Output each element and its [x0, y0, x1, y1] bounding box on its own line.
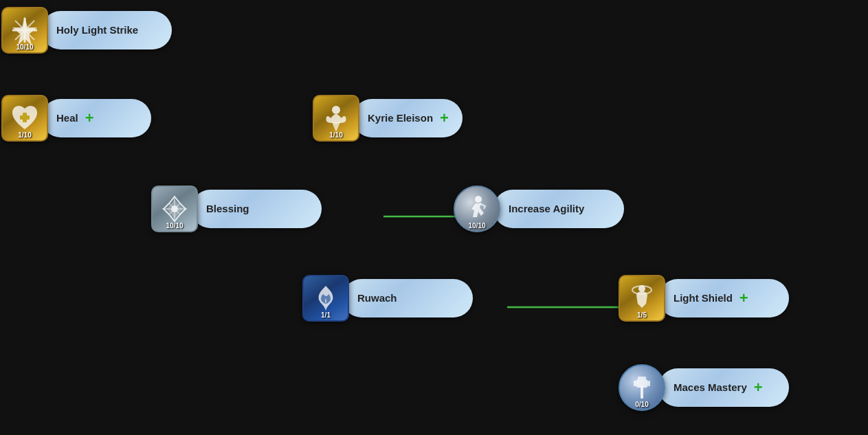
svg-rect-17: [636, 379, 647, 388]
svg-rect-8: [20, 115, 30, 120]
plus-heal[interactable]: +: [85, 109, 94, 127]
label-holy-light-strike: Holy Light Strike: [47, 24, 138, 36]
level-maces-mastery: 0/10: [635, 401, 648, 408]
label-maces-mastery: Maces Mastery: [664, 381, 747, 394]
icon-kyrie-eleison[interactable]: 1/10: [313, 95, 359, 142]
pill-maces-mastery: Maces Mastery +: [658, 368, 789, 407]
pill-kyrie: Kyrie Eleison +: [353, 99, 463, 137]
pill-increase-agility: Increase Agility: [493, 190, 624, 228]
pill-ruwach: Ruwach: [342, 279, 473, 317]
label-kyrie: Kyrie Eleison: [358, 112, 433, 124]
label-blessing: Blessing: [197, 203, 249, 215]
node-blessing: 10/10 Blessing: [151, 186, 322, 232]
skill-tree: 10/10 Holy Light Strike 1/10 Heal +: [0, 0, 868, 435]
icon-increase-agility[interactable]: 10/10: [454, 186, 500, 232]
icon-ruwach[interactable]: 1/1: [302, 275, 349, 322]
level-heal: 1/10: [18, 131, 31, 139]
node-increase-agility: 10/10 Increase Agility: [454, 186, 624, 232]
label-heal: Heal: [47, 112, 78, 124]
svg-rect-16: [641, 386, 643, 399]
svg-point-13: [475, 196, 482, 203]
svg-rect-20: [638, 377, 646, 379]
node-ruwach: 1/1 Ruwach: [302, 275, 473, 322]
pill-light-shield: Light Shield +: [658, 279, 789, 317]
plus-kyrie[interactable]: +: [440, 109, 449, 127]
plus-light-shield[interactable]: +: [739, 289, 748, 307]
plus-maces-mastery[interactable]: +: [754, 379, 763, 397]
level-holy-light-strike: 10/10: [16, 43, 33, 51]
level-blessing: 10/10: [166, 222, 183, 230]
pill-heal: Heal +: [41, 99, 151, 137]
pill-blessing: Blessing: [191, 190, 322, 228]
node-heal: 1/10 Heal +: [1, 95, 151, 142]
level-light-shield: 1/5: [637, 311, 647, 319]
icon-maces-mastery[interactable]: 0/10: [619, 364, 665, 411]
svg-rect-18: [634, 381, 636, 386]
node-kyrie-eleison: 1/10 Kyrie Eleison +: [313, 95, 463, 142]
svg-rect-19: [647, 381, 650, 386]
label-light-shield: Light Shield: [664, 292, 733, 304]
level-increase-agility: 10/10: [468, 222, 485, 230]
svg-point-9: [332, 106, 340, 114]
level-kyrie: 1/10: [329, 131, 342, 139]
icon-blessing[interactable]: 10/10: [151, 186, 198, 232]
pill-holy-light-strike: Holy Light Strike: [41, 11, 172, 49]
label-ruwach: Ruwach: [348, 292, 397, 304]
icon-holy-light-strike[interactable]: 10/10: [1, 7, 48, 54]
node-light-shield: 1/5 Light Shield +: [619, 275, 789, 322]
label-increase-agility: Increase Agility: [499, 203, 584, 215]
level-ruwach: 1/1: [321, 311, 331, 319]
icon-light-shield[interactable]: 1/5: [619, 275, 665, 322]
node-holy-light-strike: 10/10 Holy Light Strike: [1, 7, 172, 54]
node-maces-mastery: 0/10 Maces Mastery +: [619, 364, 789, 411]
icon-heal[interactable]: 1/10: [1, 95, 48, 142]
